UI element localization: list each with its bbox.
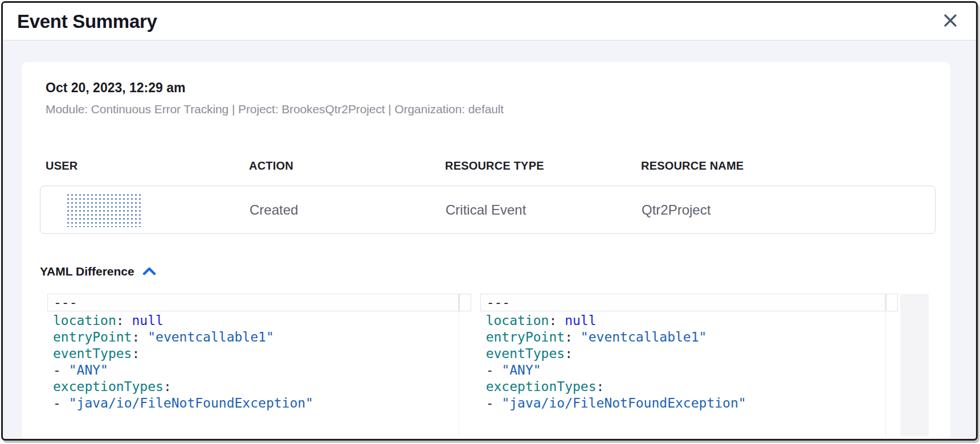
event-timestamp: Oct 20, 2023, 12:29 am: [46, 79, 929, 96]
yaml-code-line: entryPoint: "eventcallable1": [480, 329, 886, 346]
yaml-code-right[interactable]: ---location: nullentryPoint: "eventcalla…: [480, 294, 886, 436]
yaml-code-line: - "java/io/FileNotFoundException": [480, 395, 886, 412]
yaml-code-line: - "ANY": [480, 362, 886, 379]
yaml-code-line: - "java/io/FileNotFoundException": [47, 395, 459, 412]
table-header-row: USER ACTION RESOURCE TYPE RESOURCE NAME: [40, 159, 936, 172]
action-cell: Created: [244, 202, 440, 218]
user-cell: [40, 193, 244, 227]
yaml-code-line: eventTypes:: [480, 346, 886, 362]
column-header-action: ACTION: [243, 159, 439, 172]
yaml-diff-panels: ---location: nullentryPoint: "eventcalla…: [47, 294, 929, 436]
yaml-right-scrollbar[interactable]: [885, 294, 898, 436]
close-icon: [942, 13, 958, 31]
redacted-user-pattern: [66, 193, 141, 227]
yaml-code-line: ---: [47, 294, 459, 311]
outer-scrollbar-track[interactable]: [900, 294, 929, 436]
event-meta: Module: Continuous Error Tracking | Proj…: [46, 101, 929, 117]
chevron-up-icon: [142, 267, 156, 278]
yaml-code-line: location: null: [47, 313, 459, 329]
yaml-panel-left: ---location: nullentryPoint: "eventcalla…: [47, 294, 471, 436]
event-card: Oct 20, 2023, 12:29 am Module: Continuou…: [22, 62, 950, 441]
resource-type-cell: Critical Event: [440, 202, 636, 218]
yaml-code-line: - "ANY": [47, 362, 459, 379]
column-header-resource-name: RESOURCE NAME: [635, 159, 936, 172]
modal-title: Event Summary: [17, 11, 157, 32]
yaml-panel-right: ---location: nullentryPoint: "eventcalla…: [480, 294, 899, 436]
collapse-toggle[interactable]: [142, 267, 156, 278]
resource-name-cell: Qtr2Project: [636, 202, 935, 218]
yaml-difference-header: YAML Difference: [40, 265, 929, 278]
yaml-code-left[interactable]: ---location: nullentryPoint: "eventcalla…: [47, 294, 459, 436]
yaml-code-line: location: null: [480, 313, 886, 329]
yaml-code-line: exceptionTypes:: [47, 379, 459, 395]
yaml-code-line: exceptionTypes:: [480, 379, 886, 395]
yaml-difference-label: YAML Difference: [40, 265, 134, 278]
column-header-user: USER: [40, 159, 243, 172]
yaml-code-line: eventTypes:: [47, 346, 459, 362]
close-button[interactable]: [941, 12, 960, 31]
column-header-resource-type: RESOURCE TYPE: [439, 159, 635, 172]
event-table: USER ACTION RESOURCE TYPE RESOURCE NAME …: [40, 159, 936, 234]
scrollbar-thumb[interactable]: [886, 294, 898, 311]
event-summary-modal: Event Summary Oct 20, 2023, 12:29 am Mod…: [1, 1, 978, 441]
table-row: Created Critical Event Qtr2Project: [40, 186, 936, 234]
yaml-left-scrollbar[interactable]: [459, 294, 471, 436]
scrollbar-thumb[interactable]: [459, 294, 471, 311]
yaml-code-line: entryPoint: "eventcallable1": [47, 329, 459, 346]
yaml-code-line: ---: [480, 294, 886, 311]
modal-body: Oct 20, 2023, 12:29 am Module: Continuou…: [3, 40, 976, 441]
modal-titlebar: Event Summary: [3, 3, 976, 40]
